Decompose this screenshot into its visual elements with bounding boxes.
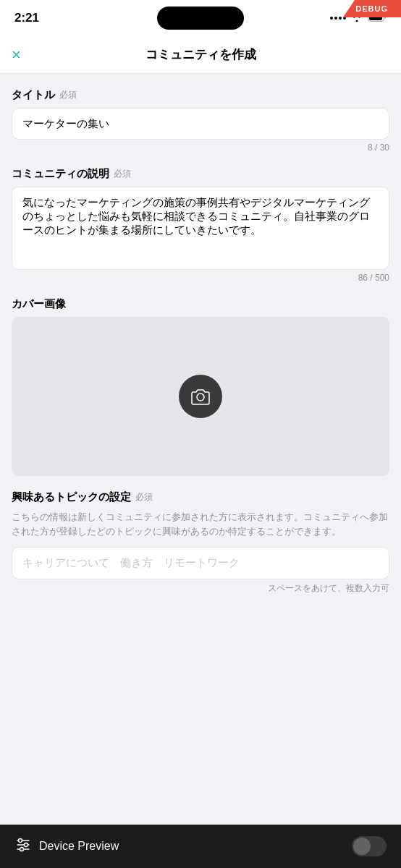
- title-label: タイトル 必須: [12, 88, 389, 102]
- status-time: 2:21: [14, 11, 39, 25]
- title-section: タイトル 必須 8 / 30: [12, 88, 389, 153]
- svg-point-6: [19, 839, 22, 843]
- description-textarea[interactable]: 気になったマーケティングの施策の事例共有やデジタルマーケティングのちょっとした悩…: [22, 196, 379, 258]
- device-preview-toggle[interactable]: [352, 836, 387, 856]
- close-button[interactable]: ×: [12, 46, 21, 64]
- camera-button[interactable]: [179, 375, 222, 418]
- device-preview-label: Device Preview: [39, 840, 119, 853]
- device-preview-left: Device Preview: [14, 836, 119, 856]
- nav-bar: × コミュニティを作成: [0, 36, 401, 74]
- topics-hint: スペースをあけて、複数入力可: [12, 582, 389, 595]
- toggle-thumb: [353, 838, 371, 855]
- description-section: コミュニティの説明 必須 気になったマーケティングの施策の事例共有やデジタルマー…: [12, 167, 389, 283]
- page-title: コミュニティを作成: [145, 46, 256, 63]
- title-char-count: 8 / 30: [12, 142, 389, 153]
- title-required-badge: 必須: [59, 89, 77, 101]
- topics-placeholder: キャリアについて 働き方 リモートワーク: [22, 556, 240, 569]
- topics-section: 興味あるトピックの設定 必須 こちらの情報は新しくコミュニティに参加された方に表…: [12, 490, 389, 595]
- svg-point-8: [20, 848, 24, 851]
- topics-required-badge: 必須: [135, 491, 153, 503]
- description-required-badge: 必須: [114, 168, 131, 180]
- dynamic-island: [157, 7, 244, 30]
- cover-label: カバー画像: [12, 297, 389, 311]
- status-bar: 2:21: [0, 0, 401, 36]
- topics-input-box[interactable]: キャリアについて 働き方 リモートワーク: [12, 547, 389, 579]
- title-input[interactable]: [22, 118, 379, 130]
- svg-point-7: [25, 843, 28, 847]
- sliders-icon: [14, 836, 32, 856]
- title-input-box[interactable]: [12, 108, 389, 140]
- cover-image-section: カバー画像: [12, 297, 389, 476]
- camera-icon: [190, 388, 211, 405]
- topics-label: 興味あるトピックの設定 必須: [12, 490, 389, 504]
- bottom-bar: Device Preview: [0, 825, 401, 868]
- description-input-box[interactable]: 気になったマーケティングの施策の事例共有やデジタルマーケティングのちょっとした悩…: [12, 187, 389, 270]
- svg-point-2: [197, 393, 204, 401]
- description-label: コミュニティの説明 必須: [12, 167, 389, 181]
- form-scroll-area[interactable]: タイトル 必須 8 / 30 コミュニティの説明 必須 気になったマーケティング…: [0, 74, 401, 825]
- cover-image-picker[interactable]: [12, 317, 389, 476]
- description-char-count: 86 / 500: [12, 273, 389, 283]
- topics-description: こちらの情報は新しくコミュニティに参加された方に表示されます。コミュニティへ参加…: [12, 510, 389, 538]
